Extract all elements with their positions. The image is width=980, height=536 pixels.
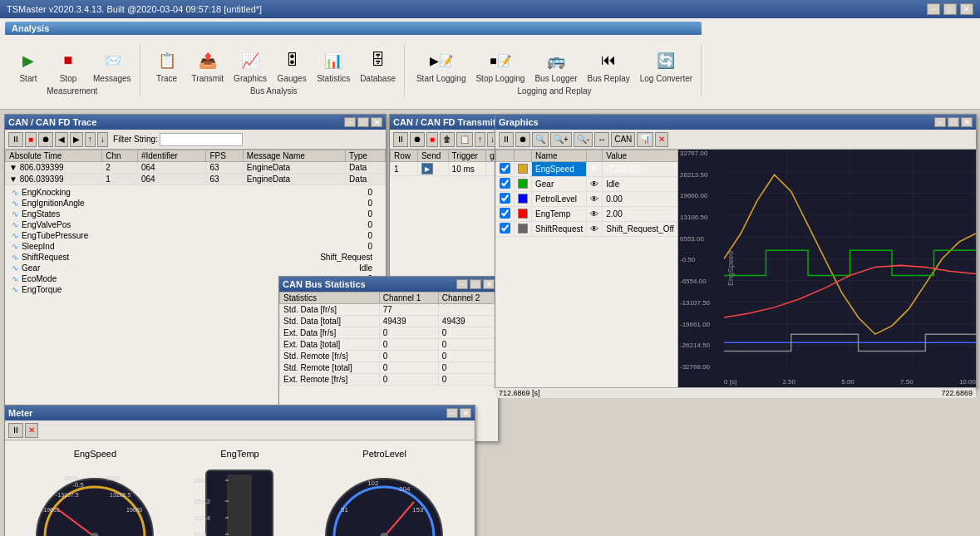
table-row[interactable]: ▼ 806.039399 1 064 63 EngineData Data <box>6 174 386 185</box>
y-axis-label: EngSpeed <box>726 251 735 286</box>
messages-icon: 📨 <box>99 47 126 74</box>
window-controls[interactable]: ─ □ ✕ <box>927 3 973 15</box>
tool-stop-logging[interactable]: ■📝 Stop Logging <box>472 46 528 85</box>
tool-database[interactable]: 🗄 Database <box>357 46 399 85</box>
trace-forward[interactable]: ▶ <box>70 132 83 147</box>
g-btn7[interactable]: CAN <box>611 132 635 147</box>
tool-start[interactable]: ▶ Start <box>10 46 47 85</box>
graphics-close[interactable]: ✕ <box>961 117 973 127</box>
meter-close-btn[interactable]: ✕ <box>25 423 38 438</box>
trace-minimize[interactable]: ─ <box>344 117 356 127</box>
transmit-btn4[interactable]: 🗑 <box>440 132 455 147</box>
meter-panel-title[interactable]: Meter ─ ✕ <box>5 406 475 420</box>
svg-text:153.2: 153.2 <box>194 498 211 505</box>
tool-transmit[interactable]: 📤 Transmit <box>189 46 228 85</box>
transmit-btn3[interactable]: ■ <box>426 132 438 147</box>
tool-messages[interactable]: 📨 Messages <box>90 46 135 85</box>
trace-down[interactable]: ↓ <box>97 132 108 147</box>
meter-minimize[interactable]: ─ <box>446 408 458 418</box>
chart-area: 32767.00 26213.50 19660.00 13106.50 6553… <box>678 150 976 387</box>
tool-statistics[interactable]: 📊 Statistics <box>313 46 353 85</box>
trace-pause[interactable]: ⏸ <box>8 132 23 147</box>
group-logging: ▶📝 Start Logging ■📝 Stop Logging 🚌 Bus L… <box>408 44 702 97</box>
trace-stop[interactable]: ■ <box>25 132 37 147</box>
sig-checkbox[interactable] <box>500 208 510 219</box>
engspeed-svg: -32768 32767 -0.5 -19661 19660 -26214.5 … <box>27 462 164 536</box>
meter-close[interactable]: ✕ <box>460 408 471 418</box>
transmit-btn2[interactable]: ⏺ <box>410 132 425 147</box>
main-area: CAN / CAN FD Trace ─ □ ✕ ⏸ ■ ⏺ ◀ ▶ ↑ ↓ F… <box>0 110 980 536</box>
tab-analysis[interactable]: Analysis <box>5 22 702 35</box>
trace-table: Absolute Time Chn #Identifier FPS Messag… <box>5 150 386 185</box>
bus-replay-label: Bus Replay <box>588 74 630 83</box>
tool-log-converter[interactable]: 🔄 Log Converter <box>637 46 696 85</box>
close-btn[interactable]: ✕ <box>960 3 973 15</box>
stats-maximize[interactable]: □ <box>470 279 481 289</box>
stop-logging-icon: ■📝 <box>487 47 514 74</box>
g-btn3[interactable]: 🔍 <box>532 132 549 147</box>
tool-start-logging[interactable]: ▶📝 Start Logging <box>413 46 470 85</box>
main-toolbar: Analysis ▶ Start ■ Stop 📨 Messages <box>0 18 980 110</box>
sig-checkbox[interactable] <box>500 163 510 174</box>
trace-maximize[interactable]: □ <box>357 117 369 127</box>
graphics-maximize[interactable]: □ <box>948 117 959 127</box>
g-btn2[interactable]: ⏺ <box>515 132 530 147</box>
gauges-label: Gauges <box>278 74 307 83</box>
trace-back[interactable]: ◀ <box>55 132 68 147</box>
list-item: ∿GearIdle <box>8 263 382 273</box>
engtemp-svg: -50 0.8 51.6 102.4 153.2 204 <box>190 462 289 536</box>
sig-checkbox[interactable] <box>500 223 510 234</box>
g-btn6[interactable]: ↔ <box>594 132 609 147</box>
tool-gauges[interactable]: 🎛 Gauges <box>273 46 310 85</box>
tool-graphics[interactable]: 📈 Graphics <box>230 46 270 85</box>
svg-text:13106.5: 13106.5 <box>110 492 131 498</box>
trace-close[interactable]: ✕ <box>371 117 382 127</box>
col-chn: Chn <box>102 150 138 162</box>
stats-minimize[interactable]: ─ <box>456 279 468 289</box>
tool-bus-logger[interactable]: 🚌 Bus Logger <box>531 46 580 85</box>
logging-label: Logging and Replay <box>518 86 592 96</box>
minimize-btn[interactable]: ─ <box>927 3 940 15</box>
list-item[interactable]: Gear 👁 Idle <box>496 177 678 192</box>
send-btn[interactable]: ▶ <box>421 163 433 175</box>
signal-table: Name Value EngSpeed 👁 -7303.00 Gear 👁 Id… <box>495 150 678 237</box>
filter-input[interactable] <box>160 133 243 146</box>
time-end: 722.6869 <box>941 389 973 397</box>
stats-close[interactable]: ✕ <box>483 279 495 289</box>
signal-list-panel: Name Value EngSpeed 👁 -7303.00 Gear 👁 Id… <box>495 150 678 387</box>
col-color <box>515 150 532 162</box>
svg-text:51: 51 <box>341 506 348 514</box>
trace-up[interactable]: ↑ <box>85 132 96 147</box>
trace-record[interactable]: ⏺ <box>38 132 53 147</box>
list-item[interactable]: ShiftRequest 👁 Shift_Request_Off <box>496 222 678 237</box>
maximize-btn[interactable]: □ <box>943 3 957 15</box>
gauge-engtemp: EngTemp -50 0.8 51.6 102.4 153.2 204 <box>190 449 289 536</box>
tool-trace[interactable]: 📋 Trace <box>149 46 185 85</box>
stats-panel-title[interactable]: CAN Bus Statistics ─ □ ✕ <box>279 277 498 292</box>
transmit-btn1[interactable]: ⏸ <box>393 132 408 147</box>
list-item[interactable]: EngSpeed 👁 -7303.00 <box>496 162 678 177</box>
tool-bus-replay[interactable]: ⏮ Bus Replay <box>584 46 633 85</box>
svg-text:153: 153 <box>412 506 424 514</box>
transmit-btn5[interactable]: 📋 <box>456 132 473 147</box>
tool-stop[interactable]: ■ Stop <box>50 46 86 85</box>
sig-checkbox[interactable] <box>500 193 510 204</box>
graphics-list-title[interactable]: Graphics ─ □ ✕ <box>495 115 976 130</box>
table-row[interactable]: ▼ 806.039399 2 064 63 EngineData Data <box>6 162 386 174</box>
col-name: Message Name <box>243 150 345 162</box>
list-item[interactable]: EngTemp 👁 2.00 <box>496 207 678 222</box>
g-btn5[interactable]: 🔍- <box>574 132 593 147</box>
list-item[interactable]: PetrolLevel 👁 0.00 <box>496 192 678 207</box>
trace-toolbar: ⏸ ■ ⏺ ◀ ▶ ↑ ↓ Filter String: <box>5 130 386 150</box>
graphics-minimize[interactable]: ─ <box>934 117 946 127</box>
transmit-btn6[interactable]: ↑ <box>475 132 485 147</box>
g-btn4[interactable]: 🔍+ <box>550 132 572 147</box>
meter-pause[interactable]: ⏸ <box>8 423 23 438</box>
g-btn1[interactable]: ⏸ <box>499 132 514 147</box>
trace-panel-title[interactable]: CAN / CAN FD Trace ─ □ ✕ <box>5 115 386 130</box>
list-item: ∿EngKnocking0 <box>8 187 382 198</box>
toolbar-items: ▶ Start ■ Stop 📨 Messages Measurement <box>5 35 702 106</box>
g-btn-close[interactable]: ✕ <box>655 132 668 147</box>
g-btn8[interactable]: 📊 <box>637 132 653 147</box>
sig-checkbox[interactable] <box>500 178 510 189</box>
